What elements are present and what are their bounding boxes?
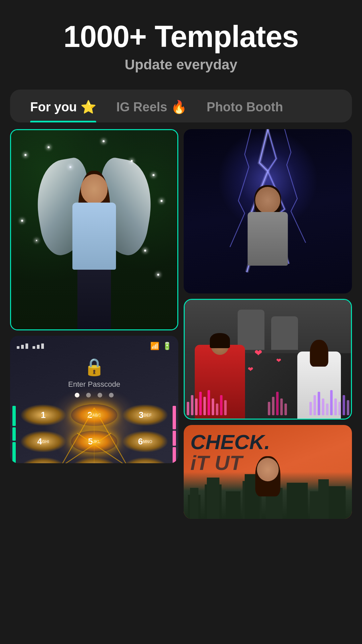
right-column: ❤ ❤ ❤: [184, 129, 352, 519]
bottom-spacer: [0, 526, 362, 539]
svg-rect-29: [343, 395, 345, 415]
num-5[interactable]: 5JKL: [71, 431, 117, 452]
svg-rect-16: [268, 402, 270, 415]
num-1[interactable]: 1: [20, 404, 66, 426]
tabs-container: For you ⭐ IG Reels 🔥 Photo Booth: [10, 90, 352, 122]
svg-rect-17: [272, 397, 274, 415]
battery-icon: 🔋: [163, 342, 172, 351]
svg-rect-23: [318, 392, 320, 415]
svg-rect-18: [276, 392, 279, 415]
signal-bar-3: [25, 343, 28, 349]
left-column: 📶 🔋 🔒 Enter Passcode 1 2ABC 3DEF 4GHI: [10, 129, 178, 519]
svg-rect-10: [203, 397, 206, 415]
bg-figure-2: [271, 316, 298, 350]
svg-rect-11: [207, 390, 210, 415]
lt-body: [248, 212, 288, 266]
num-9[interactable]: 9WXYZ: [122, 457, 168, 463]
svg-rect-8: [195, 398, 197, 415]
tabs-row: For you ⭐ IG Reels 🔥 Photo Booth: [20, 96, 342, 122]
signal-bar-1: [17, 346, 19, 349]
svg-rect-19: [280, 398, 283, 415]
lt-head: [255, 187, 281, 214]
heart-1: ❤: [254, 347, 262, 359]
signal-bar-6: [41, 343, 44, 349]
header-section: 1000+ Templates Update everyday: [0, 0, 362, 83]
person-figure: [32, 174, 157, 329]
num-7[interactable]: 7PQRS: [20, 457, 66, 463]
signal-bar-5: [37, 345, 40, 349]
main-grid: 📶 🔋 🔒 Enter Passcode 1 2ABC 3DEF 4GHI: [0, 122, 362, 526]
svg-rect-20: [285, 404, 287, 415]
num-3[interactable]: 3DEF: [122, 404, 168, 426]
svg-rect-28: [339, 402, 341, 415]
signal-bar-2: [21, 345, 24, 349]
svg-rect-41: [329, 486, 346, 519]
signal-bar-4: [33, 346, 35, 349]
wifi-icon: 📶: [150, 342, 159, 351]
checkout-title: CHECK. iT UT: [190, 432, 345, 473]
audio-wave: [185, 385, 351, 419]
svg-rect-7: [191, 395, 193, 415]
left-equalizer: [12, 406, 16, 463]
couple-card[interactable]: ❤ ❤ ❤: [184, 299, 352, 420]
checkout-card[interactable]: CHECK. iT UT: [184, 425, 352, 519]
svg-rect-24: [322, 398, 324, 415]
svg-rect-34: [207, 478, 220, 519]
main-subtitle: Update everyday: [13, 57, 349, 73]
lock-icon: 🔒: [10, 354, 178, 380]
svg-rect-21: [309, 402, 312, 415]
legs: [77, 268, 111, 330]
head: [81, 174, 108, 204]
svg-rect-30: [347, 400, 349, 415]
body: [72, 203, 116, 270]
bg-figure-1: [238, 310, 264, 350]
checkout-word1: CHECK.: [190, 432, 345, 452]
right-status: 📶 🔋: [150, 342, 172, 351]
status-bar: 📶 🔋: [10, 336, 178, 354]
fairy-card[interactable]: [10, 129, 178, 330]
svg-rect-42: [318, 479, 329, 519]
lightning-person: [205, 187, 331, 294]
checkout-word2: iT UT: [190, 452, 345, 473]
lockscreen-card[interactable]: 📶 🔋 🔒 Enter Passcode 1 2ABC 3DEF 4GHI: [10, 336, 178, 463]
svg-rect-12: [212, 398, 214, 415]
num-2[interactable]: 2ABC: [71, 404, 117, 426]
right-equalizer: [172, 406, 177, 463]
svg-rect-26: [330, 390, 333, 415]
main-title: 1000+ Templates: [13, 20, 349, 53]
signal-bars: [17, 343, 44, 349]
svg-rect-9: [199, 392, 201, 415]
num-6[interactable]: 6MNO: [122, 431, 168, 452]
svg-rect-25: [326, 404, 328, 415]
svg-rect-14: [220, 395, 222, 415]
heart-2: ❤: [248, 365, 253, 373]
svg-rect-22: [313, 395, 316, 415]
svg-rect-6: [187, 402, 189, 415]
tab-ig-reels[interactable]: IG Reels 🔥: [106, 96, 197, 122]
svg-rect-32: [190, 488, 198, 519]
tab-photo-booth[interactable]: Photo Booth: [197, 97, 293, 122]
lightning-card[interactable]: [184, 129, 352, 293]
tab-for-you[interactable]: For you ⭐: [20, 96, 106, 122]
svg-rect-27: [334, 398, 337, 415]
svg-rect-15: [224, 400, 227, 415]
num-4[interactable]: 4GHI: [20, 431, 66, 452]
heart-3: ❤: [276, 357, 281, 364]
svg-rect-13: [216, 404, 218, 415]
